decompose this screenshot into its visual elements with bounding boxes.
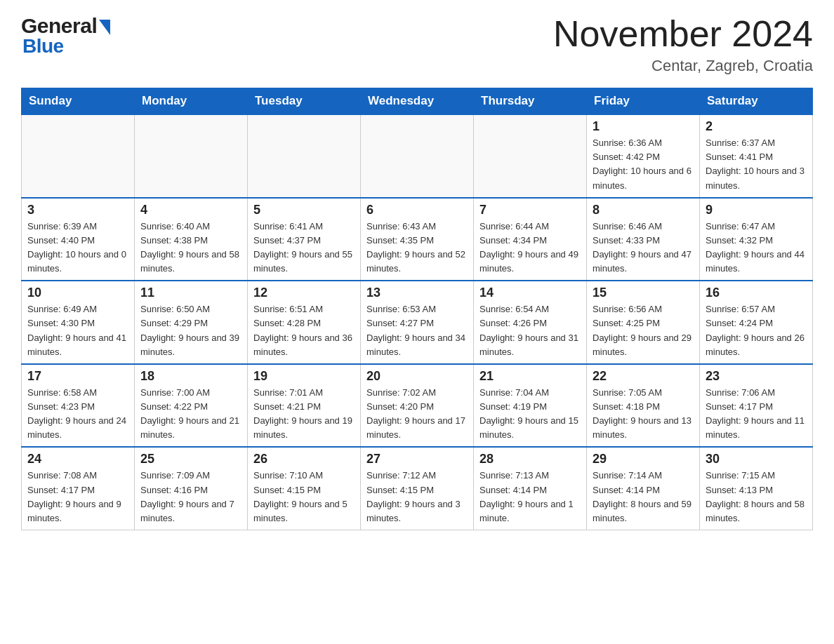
day-info: Sunrise: 6:36 AMSunset: 4:42 PMDaylight:… — [593, 136, 694, 193]
day-number: 5 — [253, 203, 355, 217]
day-number: 13 — [366, 286, 468, 300]
day-info: Sunrise: 7:04 AMSunset: 4:19 PMDaylight:… — [479, 386, 581, 443]
day-info: Sunrise: 7:10 AMSunset: 4:15 PMDaylight:… — [253, 469, 355, 525]
calendar-cell: 25Sunrise: 7:09 AMSunset: 4:16 PMDayligh… — [135, 447, 248, 530]
calendar-cell: 12Sunrise: 6:51 AMSunset: 4:28 PMDayligh… — [248, 281, 361, 364]
day-number: 2 — [706, 119, 807, 134]
calendar-cell: 19Sunrise: 7:01 AMSunset: 4:21 PMDayligh… — [248, 364, 361, 448]
weekday-header-thursday: Thursday — [474, 88, 587, 115]
day-number: 26 — [253, 452, 355, 467]
day-info: Sunrise: 7:12 AMSunset: 4:15 PMDaylight:… — [366, 469, 468, 525]
day-info: Sunrise: 7:05 AMSunset: 4:18 PMDaylight:… — [593, 386, 694, 443]
calendar-cell: 15Sunrise: 6:56 AMSunset: 4:25 PMDayligh… — [587, 281, 700, 364]
day-number: 30 — [706, 452, 807, 467]
calendar-cell: 10Sunrise: 6:49 AMSunset: 4:30 PMDayligh… — [22, 281, 135, 364]
day-info: Sunrise: 7:08 AMSunset: 4:17 PMDaylight:… — [27, 469, 128, 525]
calendar-cell: 22Sunrise: 7:05 AMSunset: 4:18 PMDayligh… — [587, 364, 700, 448]
calendar-cell: 8Sunrise: 6:46 AMSunset: 4:33 PMDaylight… — [587, 198, 700, 281]
logo-blue-text: Blue — [21, 35, 64, 58]
logo: General Blue — [21, 14, 110, 58]
calendar-cell: 21Sunrise: 7:04 AMSunset: 4:19 PMDayligh… — [474, 364, 587, 448]
calendar-cell — [361, 114, 474, 198]
calendar-cell: 7Sunrise: 6:44 AMSunset: 4:34 PMDaylight… — [474, 198, 587, 281]
day-info: Sunrise: 7:02 AMSunset: 4:20 PMDaylight:… — [366, 386, 468, 443]
week-row-3: 10Sunrise: 6:49 AMSunset: 4:30 PMDayligh… — [22, 281, 813, 364]
calendar-cell: 29Sunrise: 7:14 AMSunset: 4:14 PMDayligh… — [587, 447, 700, 530]
week-row-5: 24Sunrise: 7:08 AMSunset: 4:17 PMDayligh… — [22, 447, 813, 530]
day-number: 28 — [479, 452, 581, 467]
day-number: 3 — [27, 203, 128, 217]
calendar-cell: 17Sunrise: 6:58 AMSunset: 4:23 PMDayligh… — [22, 364, 135, 448]
calendar-cell: 16Sunrise: 6:57 AMSunset: 4:24 PMDayligh… — [700, 281, 813, 364]
logo-arrow-icon — [99, 20, 110, 35]
calendar-cell: 24Sunrise: 7:08 AMSunset: 4:17 PMDayligh… — [22, 447, 135, 530]
page-header: General Blue November 2024 Centar, Zagre… — [21, 14, 813, 75]
week-row-2: 3Sunrise: 6:39 AMSunset: 4:40 PMDaylight… — [22, 198, 813, 281]
day-info: Sunrise: 6:47 AMSunset: 4:32 PMDaylight:… — [706, 220, 807, 276]
day-number: 19 — [253, 369, 355, 384]
day-number: 24 — [27, 452, 128, 467]
day-number: 14 — [479, 286, 581, 300]
title-block: November 2024 Centar, Zagreb, Croatia — [553, 14, 813, 75]
calendar-cell: 3Sunrise: 6:39 AMSunset: 4:40 PMDaylight… — [22, 198, 135, 281]
calendar-cell: 6Sunrise: 6:43 AMSunset: 4:35 PMDaylight… — [361, 198, 474, 281]
calendar-cell: 2Sunrise: 6:37 AMSunset: 4:41 PMDaylight… — [700, 114, 813, 198]
day-number: 16 — [706, 286, 807, 300]
day-info: Sunrise: 6:44 AMSunset: 4:34 PMDaylight:… — [479, 220, 581, 276]
day-number: 29 — [593, 452, 694, 467]
calendar-cell: 5Sunrise: 6:41 AMSunset: 4:37 PMDaylight… — [248, 198, 361, 281]
calendar-cell: 9Sunrise: 6:47 AMSunset: 4:32 PMDaylight… — [700, 198, 813, 281]
day-number: 25 — [140, 452, 241, 467]
weekday-header-saturday: Saturday — [700, 88, 813, 115]
week-row-4: 17Sunrise: 6:58 AMSunset: 4:23 PMDayligh… — [22, 364, 813, 448]
day-info: Sunrise: 6:37 AMSunset: 4:41 PMDaylight:… — [706, 136, 807, 193]
day-info: Sunrise: 7:14 AMSunset: 4:14 PMDaylight:… — [593, 469, 694, 525]
month-title: November 2024 — [553, 14, 813, 54]
day-number: 4 — [140, 203, 241, 217]
day-number: 18 — [140, 369, 241, 384]
day-info: Sunrise: 6:51 AMSunset: 4:28 PMDaylight:… — [253, 302, 355, 359]
calendar-cell: 1Sunrise: 6:36 AMSunset: 4:42 PMDaylight… — [587, 114, 700, 198]
day-info: Sunrise: 6:58 AMSunset: 4:23 PMDaylight:… — [27, 386, 128, 443]
day-info: Sunrise: 7:09 AMSunset: 4:16 PMDaylight:… — [140, 469, 241, 525]
weekday-header-sunday: Sunday — [22, 88, 135, 115]
day-info: Sunrise: 7:13 AMSunset: 4:14 PMDaylight:… — [479, 469, 581, 525]
day-number: 22 — [593, 369, 694, 384]
day-number: 1 — [593, 119, 694, 134]
calendar-cell — [135, 114, 248, 198]
day-info: Sunrise: 6:56 AMSunset: 4:25 PMDaylight:… — [593, 302, 694, 359]
day-info: Sunrise: 6:50 AMSunset: 4:29 PMDaylight:… — [140, 302, 241, 359]
day-info: Sunrise: 6:49 AMSunset: 4:30 PMDaylight:… — [27, 302, 128, 359]
calendar-cell: 13Sunrise: 6:53 AMSunset: 4:27 PMDayligh… — [361, 281, 474, 364]
day-number: 15 — [593, 286, 694, 300]
day-info: Sunrise: 6:54 AMSunset: 4:26 PMDaylight:… — [479, 302, 581, 359]
calendar-cell: 20Sunrise: 7:02 AMSunset: 4:20 PMDayligh… — [361, 364, 474, 448]
day-number: 12 — [253, 286, 355, 300]
day-number: 7 — [479, 203, 581, 217]
calendar-cell: 11Sunrise: 6:50 AMSunset: 4:29 PMDayligh… — [135, 281, 248, 364]
day-number: 9 — [706, 203, 807, 217]
location-subtitle: Centar, Zagreb, Croatia — [553, 57, 813, 75]
calendar-cell: 23Sunrise: 7:06 AMSunset: 4:17 PMDayligh… — [700, 364, 813, 448]
day-number: 11 — [140, 286, 241, 300]
weekday-header-tuesday: Tuesday — [248, 88, 361, 115]
calendar-cell: 18Sunrise: 7:00 AMSunset: 4:22 PMDayligh… — [135, 364, 248, 448]
calendar-cell: 14Sunrise: 6:54 AMSunset: 4:26 PMDayligh… — [474, 281, 587, 364]
day-number: 17 — [27, 369, 128, 384]
weekday-header-wednesday: Wednesday — [361, 88, 474, 115]
calendar-cell: 27Sunrise: 7:12 AMSunset: 4:15 PMDayligh… — [361, 447, 474, 530]
calendar-cell — [474, 114, 587, 198]
day-info: Sunrise: 7:06 AMSunset: 4:17 PMDaylight:… — [706, 386, 807, 443]
logo-general-text: General — [21, 14, 97, 38]
day-number: 20 — [366, 369, 468, 384]
day-info: Sunrise: 6:53 AMSunset: 4:27 PMDaylight:… — [366, 302, 468, 359]
day-number: 6 — [366, 203, 468, 217]
day-number: 23 — [706, 369, 807, 384]
day-info: Sunrise: 6:46 AMSunset: 4:33 PMDaylight:… — [593, 220, 694, 276]
calendar-cell: 30Sunrise: 7:15 AMSunset: 4:13 PMDayligh… — [700, 447, 813, 530]
day-number: 10 — [27, 286, 128, 300]
weekday-header-friday: Friday — [587, 88, 700, 115]
calendar-cell — [248, 114, 361, 198]
weekday-header-monday: Monday — [135, 88, 248, 115]
day-info: Sunrise: 6:39 AMSunset: 4:40 PMDaylight:… — [27, 220, 128, 276]
